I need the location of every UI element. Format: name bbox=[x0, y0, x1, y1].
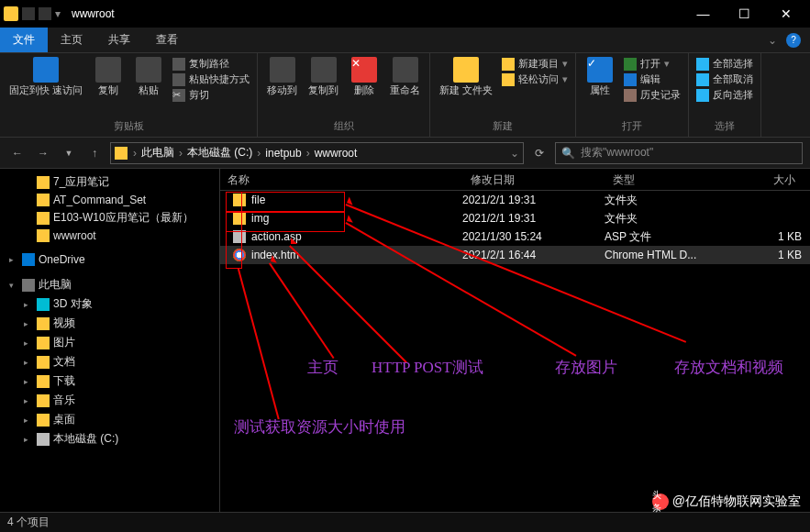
invert-selection-button[interactable]: 反向选择 bbox=[696, 88, 753, 102]
delete-button[interactable]: ✕删除 bbox=[346, 55, 383, 98]
properties-button[interactable]: ✓属性 bbox=[582, 55, 618, 98]
tree-item[interactable]: ▸文档 bbox=[0, 352, 219, 371]
main-area: 7_应用笔记AT_Command_SetE103-W10应用笔记（最新）wwwr… bbox=[0, 169, 810, 512]
edit-button[interactable]: 编辑 bbox=[624, 72, 681, 86]
select-all-button[interactable]: 全部选择 bbox=[696, 57, 753, 71]
annotation-line bbox=[269, 262, 334, 358]
column-headers[interactable]: 名称 修改日期 类型 大小 bbox=[220, 169, 810, 191]
move-to-button[interactable]: 移动到 bbox=[263, 55, 301, 98]
minimize-button[interactable]: — bbox=[682, 0, 724, 28]
search-icon: 🔍 bbox=[561, 147, 575, 160]
qat-icon bbox=[39, 7, 51, 20]
paste-button[interactable]: 粘贴 bbox=[130, 55, 167, 98]
tree-item[interactable]: ▸下载 bbox=[0, 371, 219, 391]
tab-home[interactable]: 主页 bbox=[48, 28, 95, 52]
group-organize: 组织 bbox=[263, 117, 424, 135]
group-select: 选择 bbox=[694, 117, 755, 135]
tree-item[interactable] bbox=[0, 268, 219, 275]
new-folder-button[interactable]: 新建 文件夹 bbox=[436, 55, 496, 98]
app-icon bbox=[22, 7, 35, 20]
up-button[interactable]: ↑ bbox=[84, 143, 105, 163]
tree-item[interactable]: ▸音乐 bbox=[0, 391, 219, 410]
file-row[interactable]: index.htm2021/2/1 16:44 Chrome HTML D...… bbox=[220, 246, 810, 264]
annotation-line bbox=[238, 269, 279, 420]
file-row[interactable]: img2021/2/1 19:31 文件夹 bbox=[220, 209, 810, 227]
recent-button[interactable]: ▼ bbox=[59, 143, 79, 163]
menu-bar: 文件 主页 共享 查看 ⌄ ? bbox=[0, 28, 810, 53]
copy-to-button[interactable]: 复制到 bbox=[305, 55, 342, 98]
copy-path-button[interactable]: 复制路径 bbox=[172, 57, 250, 71]
annotation-home: 主页 bbox=[307, 357, 338, 378]
search-input[interactable]: 🔍 搜索"wwwroot" bbox=[555, 142, 803, 164]
crumb[interactable]: inetpub bbox=[262, 147, 304, 160]
crumb[interactable]: 此电脑 bbox=[139, 145, 177, 161]
tree-item[interactable]: ▸图片 bbox=[0, 333, 219, 352]
refresh-button[interactable]: ⟳ bbox=[529, 143, 549, 163]
folder-icon bbox=[4, 6, 18, 21]
forward-button[interactable]: → bbox=[33, 143, 53, 163]
annotation-post: HTTP POST测试 bbox=[372, 357, 483, 378]
watermark: 头条 @亿佰特物联网实验室 bbox=[652, 493, 801, 510]
annotation-file: 存放文档和视频 bbox=[674, 357, 784, 378]
tree-item[interactable]: ▾此电脑 bbox=[0, 275, 219, 294]
status-bar: 4 个项目 bbox=[0, 512, 810, 532]
folder-icon bbox=[233, 194, 246, 206]
folder-icon bbox=[233, 212, 246, 225]
back-button[interactable]: ← bbox=[7, 143, 28, 163]
address-bar: ← → ▼ ↑ › 此电脑› 本地磁盘 (C:)› inetpub› wwwro… bbox=[0, 138, 810, 169]
watermark-icon: 头条 bbox=[652, 493, 669, 510]
tab-view[interactable]: 查看 bbox=[143, 28, 191, 52]
new-item-button[interactable]: 新建项目▾ bbox=[502, 57, 568, 71]
file-row[interactable]: file2021/2/1 19:31 文件夹 bbox=[220, 191, 810, 209]
col-date[interactable]: 修改日期 bbox=[463, 169, 605, 190]
tree-item[interactable]: ▸桌面 bbox=[0, 410, 219, 429]
tree-item[interactable]: ▸视频 bbox=[0, 314, 219, 333]
tree-item[interactable]: E103-W10应用笔记（最新） bbox=[0, 208, 219, 227]
search-placeholder: 搜索"wwwroot" bbox=[581, 145, 653, 161]
titlebar-icons: ▾ bbox=[4, 6, 61, 21]
cut-button[interactable]: ✂剪切 bbox=[172, 88, 250, 102]
history-button[interactable]: 历史记录 bbox=[624, 88, 681, 102]
tree-item[interactable]: ▸OneDrive bbox=[0, 251, 219, 268]
paste-shortcut-button[interactable]: 粘贴快捷方式 bbox=[172, 72, 250, 86]
tree-item[interactable]: AT_Command_Set bbox=[0, 192, 219, 208]
chrome-icon bbox=[233, 249, 246, 261]
col-size[interactable]: 大小 bbox=[738, 169, 803, 190]
select-none-button[interactable]: 全部取消 bbox=[696, 72, 753, 86]
copy-button[interactable]: 复制 bbox=[90, 55, 127, 98]
file-row[interactable]: action.asp2021/1/30 15:24 ASP 文件1 KB bbox=[220, 227, 810, 246]
item-count: 4 个项目 bbox=[7, 515, 50, 530]
tree-item[interactable]: ▸3D 对象 bbox=[0, 294, 219, 314]
title-bar: ▾ wwwroot — ☐ ✕ bbox=[0, 0, 810, 28]
help-area: ⌄ ? bbox=[759, 28, 810, 52]
help-icon[interactable]: ? bbox=[786, 33, 801, 48]
tab-share[interactable]: 共享 bbox=[95, 28, 143, 52]
crumb[interactable]: 本地磁盘 (C:) bbox=[184, 145, 255, 161]
easy-access-button[interactable]: 轻松访问▾ bbox=[502, 72, 568, 86]
ribbon: 固定到快 速访问 复制 粘贴 复制路径 粘贴快捷方式 ✂剪切 剪贴板 移动到 复… bbox=[0, 53, 810, 138]
tree-view[interactable]: 7_应用笔记AT_Command_SetE103-W10应用笔记（最新）wwwr… bbox=[0, 169, 220, 512]
folder-icon bbox=[115, 147, 128, 160]
file-list: 名称 修改日期 类型 大小 file2021/2/1 19:31 文件夹 img… bbox=[220, 169, 810, 512]
annotation-test: 测试获取资源大小时使用 bbox=[234, 416, 405, 438]
tree-item[interactable]: ▸本地磁盘 (C:) bbox=[0, 429, 219, 449]
maximize-button[interactable]: ☐ bbox=[724, 0, 765, 28]
rename-button[interactable]: 重命名 bbox=[386, 55, 424, 98]
annotation-img: 存放图片 bbox=[555, 357, 617, 378]
breadcrumbs[interactable]: › 此电脑› 本地磁盘 (C:)› inetpub› wwwroot ⌄ bbox=[110, 142, 524, 164]
tab-file[interactable]: 文件 bbox=[0, 28, 48, 52]
file-icon bbox=[233, 230, 246, 243]
tree-item[interactable]: 7_应用笔记 bbox=[0, 172, 219, 192]
group-clipboard: 剪贴板 bbox=[6, 117, 251, 135]
group-new: 新建 bbox=[436, 117, 570, 135]
col-name[interactable]: 名称 bbox=[220, 169, 463, 190]
window-title: wwwroot bbox=[72, 7, 115, 20]
tree-item[interactable] bbox=[0, 244, 219, 251]
pin-button[interactable]: 固定到快 速访问 bbox=[6, 55, 86, 98]
close-button[interactable]: ✕ bbox=[765, 0, 806, 28]
tree-item[interactable]: wwwroot bbox=[0, 227, 219, 244]
col-type[interactable]: 类型 bbox=[605, 169, 738, 190]
open-button[interactable]: 打开▾ bbox=[624, 57, 681, 71]
crumb[interactable]: wwwroot bbox=[312, 147, 361, 160]
group-open: 打开 bbox=[582, 117, 682, 135]
